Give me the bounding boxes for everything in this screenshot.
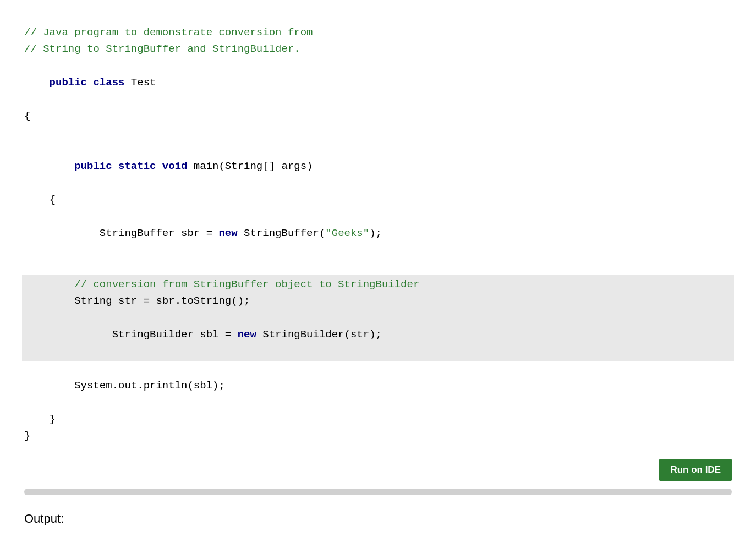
brace-close-2: } <box>24 411 732 428</box>
class-name: Test <box>124 76 156 89</box>
class-declaration-line: public class Test <box>24 58 732 108</box>
keyword-public-class: public class <box>50 76 125 89</box>
sb-declaration: StringBuffer sbr = <box>50 227 219 239</box>
output-label: Output: <box>24 512 732 526</box>
brace-open-2: { <box>24 191 732 208</box>
string-str-line: String str = sbr.toString(); <box>24 293 732 309</box>
blank-line-3 <box>24 361 732 377</box>
sb-constructor-open: StringBuffer( <box>238 227 326 239</box>
sbl-declaration: StringBuilder sbl = <box>62 328 237 341</box>
string-geeks: "Geeks" <box>325 227 369 239</box>
stringbuilder-line: StringBuilder sbl = new StringBuilder(st… <box>24 310 732 360</box>
keyword-public-static-void: public static void <box>50 160 188 172</box>
stringbuffer-line: StringBuffer sbr = new StringBuffer("Gee… <box>24 208 732 258</box>
brace-close-1: } <box>24 428 732 444</box>
blank-line-2 <box>24 258 732 275</box>
method-declaration-line: public static void main(String[] args) <box>24 141 732 191</box>
run-on-ide-button[interactable]: Run on IDE <box>659 459 732 481</box>
output-section: Output: Geeks <box>11 495 745 537</box>
brace-open-1: { <box>24 108 732 124</box>
comment-line-1: // Java program to demonstrate conversio… <box>24 24 732 41</box>
sbl-rest: StringBuilder(str); <box>256 328 382 341</box>
run-button-wrapper: Run on IDE <box>11 453 745 489</box>
println-line: System.out.println(sbl); <box>24 377 732 394</box>
code-block: // Java program to demonstrate conversio… <box>11 11 745 453</box>
scrollbar[interactable] <box>24 489 732 495</box>
blank-line-4 <box>24 394 732 411</box>
keyword-new-1: new <box>218 227 237 239</box>
keyword-new-2: new <box>238 328 256 341</box>
sb-end: ); <box>369 227 382 239</box>
method-signature: main(String[] args) <box>187 160 313 172</box>
blank-line-1 <box>24 124 732 141</box>
comment-line-2: // String to StringBuffer and StringBuil… <box>24 41 732 57</box>
highlighted-section: // conversion from StringBuffer object t… <box>22 275 734 361</box>
comment-line-3: // conversion from StringBuffer object t… <box>24 276 732 293</box>
